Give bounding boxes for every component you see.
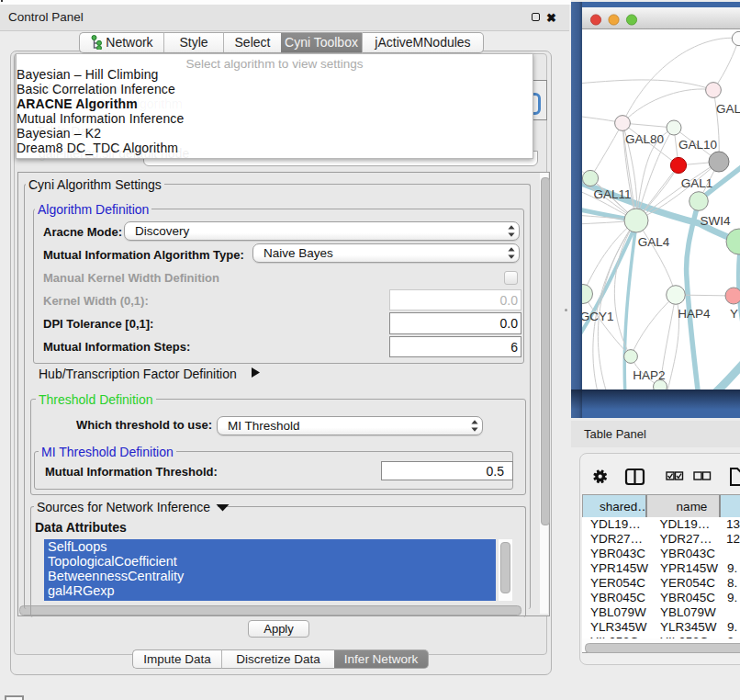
svg-text:Y: Y bbox=[730, 307, 738, 321]
svg-text:GAL80: GAL80 bbox=[625, 132, 664, 146]
svg-text:GCY1: GCY1 bbox=[582, 310, 613, 323]
svg-text:HAP2: HAP2 bbox=[633, 368, 665, 382]
svg-text:HAP4: HAP4 bbox=[678, 307, 711, 321]
svg-text:GAL: GAL bbox=[716, 102, 740, 116]
svg-text:GAL10: GAL10 bbox=[678, 138, 717, 152]
svg-text:GAL4: GAL4 bbox=[638, 235, 670, 249]
svg-text:GAL11: GAL11 bbox=[593, 187, 631, 201]
svg-text:SWI4: SWI4 bbox=[700, 214, 730, 228]
svg-text:GAL1: GAL1 bbox=[681, 176, 713, 190]
